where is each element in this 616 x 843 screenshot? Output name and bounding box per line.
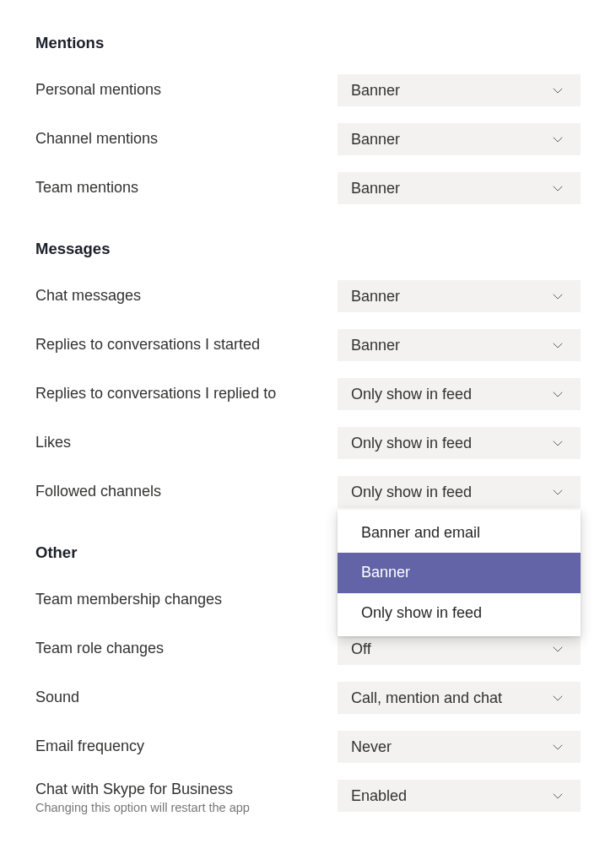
- section-messages: Messages Chat messages Banner Replies to…: [35, 240, 581, 508]
- dropdown-button-email-frequency[interactable]: Never: [338, 731, 581, 763]
- dropdown-replies-started[interactable]: Banner: [338, 329, 581, 361]
- chevron-down-icon: [548, 483, 567, 501]
- dropdown-role-changes[interactable]: Off: [338, 633, 581, 665]
- label-channel-mentions: Channel mentions: [35, 129, 329, 149]
- dropdown-value: Only show in feed: [351, 484, 472, 501]
- dropdown-value: Call, mention and chat: [351, 689, 502, 707]
- dropdown-option-banner-and-email[interactable]: Banner and email: [338, 513, 581, 553]
- dropdown-value: Banner: [351, 180, 400, 197]
- dropdown-button-personal-mentions[interactable]: Banner: [338, 74, 581, 106]
- chevron-down-icon: [548, 385, 567, 403]
- subtext-skype: Changing this option will restart the ap…: [35, 801, 329, 814]
- chevron-down-icon: [548, 287, 567, 305]
- dropdown-chat-messages[interactable]: Banner: [338, 280, 581, 312]
- label-likes: Likes: [35, 433, 329, 452]
- chevron-down-icon: [548, 179, 567, 197]
- dropdown-followed-channels[interactable]: Only show in feed Banner and email Banne…: [338, 476, 581, 508]
- row-team-mentions: Team mentions Banner: [35, 172, 581, 204]
- row-replies-started: Replies to conversations I started Banne…: [35, 329, 581, 361]
- dropdown-sound[interactable]: Call, mention and chat: [338, 682, 581, 714]
- chevron-down-icon: [548, 336, 567, 354]
- section-mentions: Mentions Personal mentions Banner Channe…: [35, 34, 581, 204]
- dropdown-menu-followed-channels: Banner and email Banner Only show in fee…: [338, 510, 581, 636]
- label-sound: Sound: [35, 688, 329, 707]
- dropdown-option-banner[interactable]: Banner: [338, 553, 581, 592]
- chevron-down-icon: [548, 786, 567, 805]
- label-team-mentions: Team mentions: [35, 178, 329, 197]
- dropdown-button-replies-started[interactable]: Banner: [338, 329, 581, 361]
- chevron-down-icon: [548, 689, 567, 707]
- dropdown-button-channel-mentions[interactable]: Banner: [338, 123, 581, 155]
- dropdown-replies-replied[interactable]: Only show in feed: [338, 378, 581, 410]
- row-email-frequency: Email frequency Never: [35, 731, 581, 763]
- label-membership-changes: Team membership changes: [35, 590, 329, 609]
- dropdown-value: Enabled: [351, 787, 407, 805]
- dropdown-button-sound[interactable]: Call, mention and chat: [338, 682, 581, 714]
- dropdown-value: Banner: [351, 337, 400, 354]
- dropdown-option-only-show-in-feed[interactable]: Only show in feed: [338, 593, 581, 633]
- chevron-down-icon: [548, 81, 567, 100]
- section-header-messages: Messages: [35, 240, 581, 258]
- label-replies-replied: Replies to conversations I replied to: [35, 384, 329, 403]
- dropdown-skype[interactable]: Enabled: [338, 780, 581, 812]
- label-chat-messages: Chat messages: [35, 286, 329, 305]
- dropdown-team-mentions[interactable]: Banner: [338, 172, 581, 204]
- dropdown-button-likes[interactable]: Only show in feed: [338, 427, 581, 459]
- chevron-down-icon: [548, 130, 567, 149]
- dropdown-value: Banner: [351, 131, 400, 149]
- row-sound: Sound Call, mention and chat: [35, 682, 581, 714]
- dropdown-button-chat-messages[interactable]: Banner: [338, 280, 581, 312]
- label-role-changes: Team role changes: [35, 639, 329, 658]
- dropdown-button-replies-replied[interactable]: Only show in feed: [338, 378, 581, 410]
- chevron-down-icon: [548, 738, 567, 756]
- row-likes: Likes Only show in feed: [35, 427, 581, 459]
- dropdown-likes[interactable]: Only show in feed: [338, 427, 581, 459]
- label-replies-started: Replies to conversations I started: [35, 335, 329, 354]
- label-followed-channels: Followed channels: [35, 482, 329, 501]
- dropdown-button-team-mentions[interactable]: Banner: [338, 172, 581, 204]
- section-header-mentions: Mentions: [35, 34, 581, 52]
- label-personal-mentions: Personal mentions: [35, 80, 329, 100]
- row-replies-replied: Replies to conversations I replied to On…: [35, 378, 581, 410]
- row-role-changes: Team role changes Off: [35, 633, 581, 665]
- dropdown-value: Only show in feed: [351, 435, 472, 452]
- dropdown-channel-mentions[interactable]: Banner: [338, 123, 581, 155]
- dropdown-value: Banner: [351, 82, 400, 100]
- dropdown-button-followed-channels[interactable]: Only show in feed: [338, 476, 581, 508]
- label-email-frequency: Email frequency: [35, 737, 329, 756]
- row-chat-messages: Chat messages Banner: [35, 280, 581, 312]
- dropdown-value: Only show in feed: [351, 386, 472, 403]
- label-skype: Chat with Skype for Business: [35, 780, 329, 799]
- dropdown-button-skype[interactable]: Enabled: [338, 780, 581, 812]
- chevron-down-icon: [548, 640, 567, 658]
- row-personal-mentions: Personal mentions Banner: [35, 74, 581, 106]
- dropdown-value: Off: [351, 640, 371, 658]
- chevron-down-icon: [548, 434, 567, 452]
- dropdown-personal-mentions[interactable]: Banner: [338, 74, 581, 106]
- row-channel-mentions: Channel mentions Banner: [35, 123, 581, 155]
- dropdown-email-frequency[interactable]: Never: [338, 731, 581, 763]
- row-skype: Chat with Skype for Business Changing th…: [35, 780, 581, 814]
- dropdown-value: Banner: [351, 288, 400, 305]
- dropdown-value: Never: [351, 738, 392, 756]
- dropdown-button-role-changes[interactable]: Off: [338, 633, 581, 665]
- row-followed-channels: Followed channels Only show in feed Bann…: [35, 476, 581, 508]
